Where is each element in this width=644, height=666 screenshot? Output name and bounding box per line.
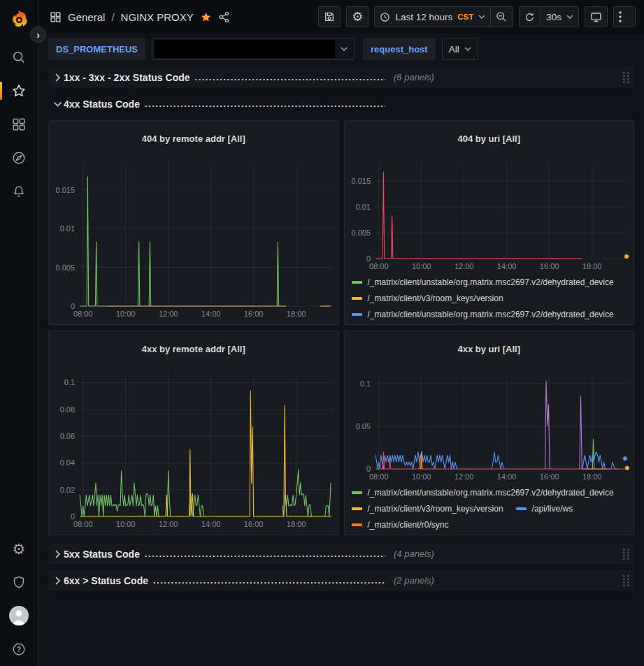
share-icon[interactable] xyxy=(218,11,230,23)
sidebar-item-dashboards[interactable] xyxy=(5,110,33,138)
row-drag-handle[interactable] xyxy=(622,574,630,587)
row-title-area: 6xx > Status Code ......................… xyxy=(51,575,385,586)
row-panel-count: (6 panels) xyxy=(394,72,434,82)
legend-item[interactable]: 10.0.3.2 xyxy=(56,533,102,535)
breadcrumb: General / NGINX PROXY xyxy=(50,11,230,23)
sidebar-expand-chevron[interactable]: › xyxy=(30,27,46,43)
x-axis-tick-label: 12:00 xyxy=(159,310,178,318)
main-area: General / NGINX PROXY ⚙ xyxy=(38,0,644,666)
sidebar-item-configuration[interactable]: ⚙ xyxy=(5,535,33,563)
legend-item[interactable]: /_matrix/client/unstable/org.matrix.msc2… xyxy=(352,485,614,501)
breadcrumb-separator: / xyxy=(111,11,114,23)
y-axis-tick-label: 0 xyxy=(71,302,75,310)
row-leader-dots: ........................................… xyxy=(153,575,385,586)
legend-item[interactable]: 172.18.0.6 xyxy=(115,533,171,535)
variable-request-host-value: All xyxy=(449,44,459,55)
y-axis-tick-label: 0.08 xyxy=(60,405,75,413)
dashboard-settings-button[interactable]: ⚙ xyxy=(346,6,368,27)
legend-item[interactable]: /_matrix/client/r0/sync xyxy=(352,517,449,533)
chevron-right-icon xyxy=(51,577,64,585)
panel-legend: 10.0.3.2172.18.0.6 xyxy=(49,320,338,325)
zoom-out-icon xyxy=(496,11,507,22)
row-leader-dots: ........................................… xyxy=(145,549,385,559)
y-axis-tick-label: 0.02 xyxy=(60,485,75,493)
time-range-picker[interactable]: Last 12 hours CST xyxy=(374,6,491,27)
variable-request-host-label[interactable]: request_host xyxy=(363,38,436,60)
save-dashboard-button[interactable] xyxy=(318,6,341,27)
sidebar-item-server-admin[interactable] xyxy=(5,568,33,596)
variable-datasource-dropdown[interactable] xyxy=(152,38,355,60)
sidebar-item-search[interactable] xyxy=(5,43,33,71)
x-axis-tick-label: 18:00 xyxy=(287,520,306,528)
x-axis-tick-label: 14:00 xyxy=(496,472,516,481)
row-leader-dots: ........................................… xyxy=(195,72,385,82)
refresh-interval-picker[interactable]: 30s xyxy=(541,6,579,27)
legend-swatch xyxy=(352,507,362,510)
row-leader-dots: ........................................… xyxy=(145,99,385,109)
panel-title[interactable]: 4xx by uri [All] xyxy=(345,339,634,360)
legend-item[interactable]: /_matrix/client/unstable/org.matrix.msc2… xyxy=(352,275,614,291)
sidebar-item-explore[interactable] xyxy=(5,144,33,172)
y-axis-tick-label: 0.05 xyxy=(355,421,370,430)
y-axis-tick-label: 0 xyxy=(366,254,370,263)
y-axis-tick-label: 0 xyxy=(71,512,75,521)
favorite-star-icon[interactable] xyxy=(200,11,212,23)
y-axis-tick-label: 0.01 xyxy=(60,224,75,233)
panel-404-by-remote-addr: 404 by remote addr [All] 08:0010:0012:00… xyxy=(48,120,339,325)
legend-swatch xyxy=(352,281,362,284)
series-line xyxy=(138,242,140,306)
row-5xx[interactable]: 5xx Status Code ........................… xyxy=(48,544,634,564)
breadcrumb-folder[interactable]: General xyxy=(68,11,105,23)
row-panel-count: (2 panels) xyxy=(394,575,434,586)
legend-item[interactable]: 10.0.3.2 xyxy=(56,322,102,325)
grafana-logo[interactable] xyxy=(5,6,33,34)
row-title: 6xx > Status Code xyxy=(64,575,148,586)
row-drag-handle[interactable] xyxy=(622,71,630,84)
y-axis-tick-label: 0.005 xyxy=(351,229,371,237)
sidebar-item-profile[interactable] xyxy=(5,602,33,630)
legend-label: /api/live/ws xyxy=(532,504,573,514)
user-avatar xyxy=(8,605,29,626)
chart-canvas[interactable]: 08:0010:0012:0014:0016:0018:0000.0050.01… xyxy=(49,157,338,320)
chart-canvas[interactable]: 08:0010:0012:0014:0016:0018:0000.050.1 xyxy=(345,368,634,483)
legend-item[interactable]: /_matrix/client/v3/room_keys/version xyxy=(352,291,503,307)
save-icon xyxy=(324,11,335,22)
sidebar-item-starred[interactable] xyxy=(5,77,33,105)
sidebar-item-help[interactable]: ? xyxy=(5,635,33,663)
row-6xx[interactable]: 6xx > Status Code ......................… xyxy=(48,570,634,591)
row-drag-handle[interactable] xyxy=(622,548,630,560)
y-axis-tick-label: 0.015 xyxy=(351,176,371,184)
panel-title[interactable]: 404 by remote addr [All] xyxy=(49,129,338,150)
dashboards-grid-icon xyxy=(11,117,27,132)
row-4xx[interactable]: 4xx Status Code ........................… xyxy=(48,94,634,114)
series-line xyxy=(277,242,278,306)
side-menu: › ⚙ xyxy=(0,0,38,666)
settings-gear-icon: ⚙ xyxy=(13,542,26,556)
legend-item[interactable]: /api/live/ws xyxy=(516,501,573,517)
variable-datasource-label[interactable]: DS_PROMETHEUS xyxy=(48,38,145,60)
row-title-area: 4xx Status Code ........................… xyxy=(51,99,385,110)
legend-item[interactable]: 172.18.0.6 xyxy=(115,322,171,325)
navbar-kebab-menu[interactable] xyxy=(613,6,636,27)
legend-item[interactable]: /_matrix/client/v3/room_keys/version xyxy=(352,501,503,517)
chevron-down-icon xyxy=(464,47,471,51)
panel-title[interactable]: 404 by uri [All] xyxy=(345,129,634,150)
panel-title[interactable]: 4xx by remote addr [All] xyxy=(49,339,338,360)
row-1xx-3xx-2xx[interactable]: 1xx - 3xx - 2xx Status Code ............… xyxy=(48,67,634,87)
legend-label: /_matrix/client/unstable/org.matrix.msc2… xyxy=(368,277,614,287)
zoom-out-time-button[interactable] xyxy=(491,6,513,27)
x-axis-tick-label: 16:00 xyxy=(539,262,559,270)
x-axis-tick-label: 18:00 xyxy=(287,310,306,318)
chart-canvas[interactable]: 08:0010:0012:0014:0016:0018:0000.020.040… xyxy=(49,368,338,530)
legend-item[interactable]: /sw.js xyxy=(516,323,552,325)
sidebar-item-alerting[interactable] xyxy=(5,178,33,205)
chart-canvas[interactable]: 08:0010:0012:0014:0016:0018:0000.0050.01… xyxy=(345,157,634,273)
legend-item[interactable]: /_matrix/client/v3/room_keys/version xyxy=(352,323,503,325)
legend-item[interactable]: /_matrix/client/unstable/org.matrix.msc2… xyxy=(352,533,614,535)
cycle-view-mode-button[interactable] xyxy=(585,6,608,27)
refresh-button[interactable] xyxy=(519,6,541,27)
legend-item[interactable]: /_matrix/client/unstable/org.matrix.msc2… xyxy=(352,307,614,323)
star-icon xyxy=(11,83,27,99)
variable-request-host-dropdown[interactable]: All xyxy=(442,38,478,60)
dashboard-title[interactable]: NGINX PROXY xyxy=(121,11,194,23)
